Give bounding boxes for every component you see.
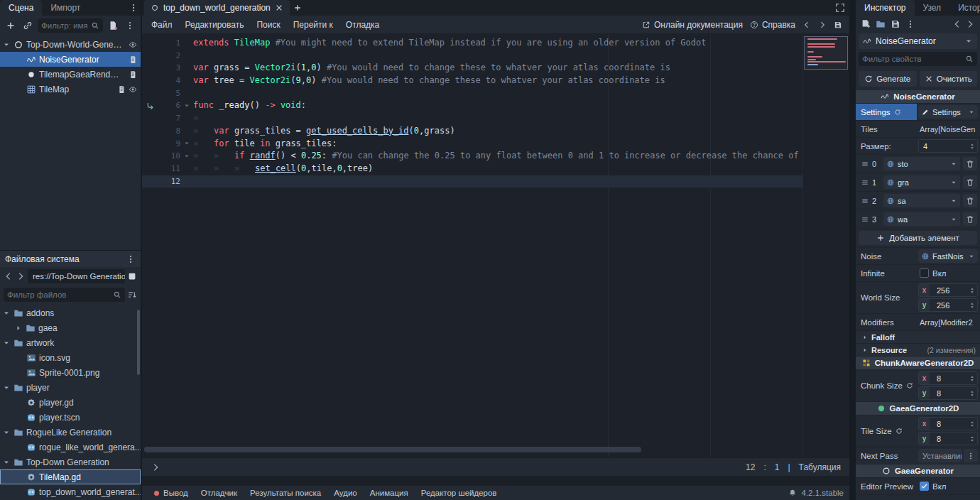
minimap-grabber[interactable] <box>804 36 848 70</box>
scene-node-row[interactable]: Top-Down-World-Generati... <box>0 37 141 52</box>
code-line[interactable]: 4var tree = Vector2i(9,0) #You would nee… <box>142 75 849 87</box>
fold-gutter[interactable] <box>180 112 193 125</box>
close-icon[interactable] <box>275 4 283 12</box>
distraction-free-button[interactable] <box>831 0 849 16</box>
code-minimap[interactable] <box>802 34 849 457</box>
fold-gutter[interactable] <box>180 125 193 138</box>
generate-button[interactable]: Generate <box>859 71 917 87</box>
eye-icon[interactable] <box>129 85 137 94</box>
file-tree-row[interactable]: TileMap.gd <box>0 469 141 484</box>
property-value[interactable]: Array[NoiseGen <box>918 125 978 134</box>
breakpoint-gutter[interactable] <box>142 150 159 163</box>
file-tree-row[interactable]: player.tscn <box>0 410 141 425</box>
dock-tab-Импорт[interactable]: Импорт <box>42 0 89 16</box>
menu-Файл[interactable]: Файл <box>145 16 179 33</box>
refresh-icon[interactable] <box>906 382 913 389</box>
dock-tab-menu-button[interactable] <box>126 0 141 16</box>
script-icon[interactable] <box>117 85 126 94</box>
code-line[interactable]: 6func _ready() -> void: <box>142 99 849 112</box>
breakpoint-gutter[interactable] <box>142 138 159 151</box>
code-line[interactable]: 9»for tile in grass_tiles: <box>142 138 849 151</box>
caret-down-icon[interactable] <box>2 384 11 392</box>
inspector-tab-Инспектор[interactable]: Инспектор <box>856 0 915 16</box>
file-tree-row[interactable]: top_down_world_generat... <box>0 484 141 499</box>
updown-icon[interactable] <box>969 390 976 397</box>
size-spinner[interactable]: 4 <box>918 139 978 153</box>
axis-spinner-y[interactable]: y256 <box>918 298 978 312</box>
history-forward-icon[interactable] <box>965 19 975 29</box>
code-line[interactable]: 10»»if randf() < 0.25: #You can change t… <box>142 150 849 163</box>
checkbox[interactable] <box>920 482 929 491</box>
property-value[interactable]: Array[Modifier2 <box>918 318 978 327</box>
file-tree-row[interactable]: artwork <box>0 335 141 350</box>
code-line[interactable]: 7» <box>142 112 849 125</box>
file-tree-row[interactable]: rogue_like_world_genera... <box>0 440 141 455</box>
axis-spinner-x[interactable]: x8 <box>918 417 978 430</box>
axis-spinner-y[interactable]: y8 <box>918 386 978 400</box>
eye-icon[interactable] <box>129 40 137 49</box>
menu-Отладка[interactable]: Отладка <box>339 16 386 33</box>
file-tree-row[interactable]: addons <box>0 305 141 320</box>
file-tree-row[interactable]: player.gd <box>0 395 141 410</box>
floppy-icon[interactable] <box>834 21 842 29</box>
hamburger-icon[interactable] <box>861 197 869 205</box>
array-item-dropdown[interactable]: wa <box>883 212 960 226</box>
caret-right-icon[interactable] <box>14 324 23 332</box>
fold-gutter[interactable] <box>180 138 193 151</box>
caret-down-icon[interactable] <box>2 339 11 347</box>
dock-tab-Сцена[interactable]: Сцена <box>0 0 42 16</box>
fold-gutter[interactable] <box>180 150 193 163</box>
updown-icon[interactable] <box>969 143 976 150</box>
inspector-tab-Узел[interactable]: Узел <box>915 0 950 16</box>
scene-node-row[interactable]: TileMap <box>0 82 141 97</box>
bottom-tab-Отладчик[interactable]: Отладчик <box>195 487 244 499</box>
array-item-dropdown[interactable]: gra <box>883 175 960 189</box>
code-line[interactable]: 8»var grass_tiles = get_used_cells_by_id… <box>142 125 849 138</box>
caret-down-icon[interactable] <box>2 458 11 467</box>
code-line[interactable]: 3var grass = Vector2i(1,0) #You would ne… <box>142 62 849 75</box>
fold-gutter[interactable] <box>180 99 193 112</box>
checkbox[interactable] <box>920 268 929 278</box>
toggle-split-mode-icon[interactable] <box>127 271 137 281</box>
updown-icon[interactable] <box>969 302 976 309</box>
очистить-button[interactable]: Очистить <box>920 71 978 87</box>
updown-icon[interactable] <box>969 435 976 442</box>
menubar-link[interactable]: Справка <box>750 20 795 30</box>
breakpoint-gutter[interactable] <box>142 99 159 112</box>
notification-bell-icon[interactable] <box>788 489 797 497</box>
bottom-tab-Редактор шейдеров[interactable]: Редактор шейдеров <box>415 487 503 499</box>
hamburger-icon[interactable] <box>861 215 869 224</box>
breakpoint-gutter[interactable] <box>142 163 159 175</box>
delete-item-button[interactable] <box>963 194 977 207</box>
bottom-tab-Вывод[interactable]: Вывод <box>148 487 195 499</box>
bottom-tab-Аудио[interactable]: Аудио <box>327 487 363 499</box>
history-forward-icon[interactable] <box>16 271 26 281</box>
menu-Перейти к[interactable]: Перейти к <box>287 16 339 33</box>
add-node-button[interactable] <box>4 18 18 33</box>
code-line[interactable]: 12 <box>142 175 849 188</box>
updown-icon[interactable] <box>969 375 976 382</box>
fold-gutter[interactable] <box>180 50 193 62</box>
sort-files-icon[interactable] <box>127 290 137 300</box>
load-resource-icon[interactable] <box>876 19 886 29</box>
instance-scene-button[interactable] <box>21 18 35 33</box>
chev-right-icon[interactable] <box>818 21 827 29</box>
menu-Редактировать[interactable]: Редактировать <box>179 16 251 33</box>
property-label[interactable]: Settings <box>856 104 917 120</box>
file-tree-row[interactable]: Top-Down Generation <box>0 455 141 469</box>
settings-edit-dropdown[interactable]: Settings <box>918 105 978 119</box>
dots-vertical-icon[interactable] <box>905 19 915 29</box>
file-tree-scrollbar[interactable] <box>137 310 140 375</box>
refresh-icon[interactable] <box>894 109 901 116</box>
caret-down-icon[interactable] <box>2 309 11 317</box>
code-area[interactable]: 1extends TileMap #You might need to exte… <box>142 34 849 457</box>
updown-icon[interactable] <box>969 287 976 294</box>
file-tree-row[interactable]: player <box>0 380 141 395</box>
scene-node-row[interactable]: TilemapGaeaRenderer <box>0 67 141 82</box>
file-tree-row[interactable]: gaea <box>0 320 141 335</box>
code-line[interactable]: 2 <box>142 50 849 62</box>
resource-dropdown[interactable]: FastNois <box>918 249 978 263</box>
file-tree-row[interactable]: icon.svg <box>0 350 141 365</box>
inspector-tab-История[interactable]: История <box>949 0 980 16</box>
breakpoint-gutter[interactable] <box>142 112 159 125</box>
